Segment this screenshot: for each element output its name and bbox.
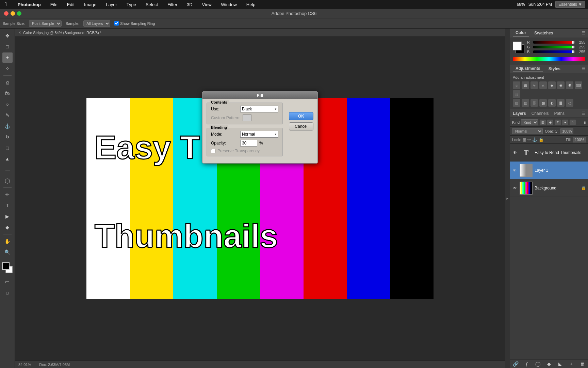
clone-stamp-tool[interactable]: ⚓: [2, 121, 13, 131]
color-balance-icon[interactable]: ⚈: [566, 81, 573, 89]
layers-tab[interactable]: Layers: [513, 111, 526, 116]
history-brush-tool[interactable]: ↻: [2, 132, 13, 142]
apple-menu[interactable]: : [3, 1, 9, 8]
channels-tab[interactable]: Channels: [532, 111, 549, 116]
color-spectrum-bar[interactable]: [513, 57, 585, 61]
paths-tab[interactable]: Paths: [554, 111, 565, 116]
edit-menu[interactable]: Edit: [65, 1, 77, 8]
lock-all-icon[interactable]: 🔒: [539, 137, 544, 142]
fill-use-select[interactable]: Foreground Color Background Color Black …: [240, 106, 278, 112]
filter-toggle[interactable]: ▮: [584, 120, 586, 125]
selective-color-icon[interactable]: ◌: [566, 99, 573, 107]
lock-transparency-icon[interactable]: ▦: [522, 137, 526, 142]
sample-select[interactable]: All Layers: [83, 20, 110, 27]
blur-tool[interactable]: ⸻: [2, 165, 13, 175]
vibrance-icon[interactable]: ◆: [548, 81, 556, 89]
swatches-tab[interactable]: Swatches: [532, 30, 556, 36]
color-panel-menu[interactable]: ☰: [582, 31, 585, 35]
layer-menu[interactable]: Layer: [104, 1, 119, 8]
color-tab[interactable]: Color: [513, 30, 529, 36]
new-layer-button[interactable]: +: [568, 360, 575, 368]
b-slider[interactable]: [533, 50, 574, 53]
add-mask-button[interactable]: ◯: [534, 360, 542, 368]
layer-item-text[interactable]: 👁 T Easy to Read Thumbnails: [510, 144, 588, 162]
curves-icon[interactable]: ∿: [530, 81, 538, 89]
layer-link-button[interactable]: 🔗: [512, 360, 519, 368]
brush-tool[interactable]: ✎: [2, 110, 13, 120]
layer-1-visibility[interactable]: 👁: [512, 168, 518, 173]
path-selection-tool[interactable]: ▶: [2, 211, 13, 221]
adjustment-filter-icon[interactable]: ◆: [547, 120, 553, 125]
lasso-tool[interactable]: ✦: [2, 52, 13, 63]
fill-input[interactable]: [573, 137, 586, 142]
blend-mode-select[interactable]: Normal: [512, 128, 543, 134]
add-layer-style-button[interactable]: ƒ: [523, 360, 530, 368]
minimize-button[interactable]: [11, 11, 15, 16]
magic-wand-tool[interactable]: ✧: [2, 63, 13, 74]
show-sampling-ring-checkbox[interactable]: [114, 21, 119, 26]
invert-icon[interactable]: ▒: [530, 99, 538, 107]
right-panel-collapse[interactable]: ►: [505, 29, 510, 368]
lock-position-icon[interactable]: ⚓: [532, 137, 537, 142]
crop-tool[interactable]: ⎙: [2, 77, 13, 88]
adjustments-panel-menu[interactable]: ☰: [582, 66, 585, 71]
opacity-input[interactable]: [560, 128, 573, 134]
pen-tool[interactable]: ✏: [2, 189, 13, 200]
fill-mode-select[interactable]: Normal Dissolve Multiply Screen Overlay: [240, 131, 278, 138]
adjustments-tab[interactable]: Adjustments: [513, 65, 543, 72]
3d-menu[interactable]: 3D: [185, 1, 195, 8]
healing-brush-tool[interactable]: ○: [2, 99, 13, 109]
threshold-icon[interactable]: ◐: [548, 99, 556, 107]
help-menu[interactable]: Help: [244, 1, 258, 8]
sample-size-select[interactable]: Point Sample: [29, 20, 62, 27]
exposure-icon[interactable]: △: [539, 81, 547, 89]
layer-text-visibility[interactable]: 👁: [512, 150, 518, 155]
file-menu[interactable]: File: [48, 1, 60, 8]
hand-tool[interactable]: ✋: [2, 236, 13, 246]
fill-dialog-titlebar[interactable]: Fill: [202, 92, 317, 99]
lock-pixels-icon[interactable]: ✏: [527, 137, 531, 142]
doc-close-btn[interactable]: ✕: [18, 31, 21, 34]
select-menu[interactable]: Select: [144, 1, 160, 8]
g-slider[interactable]: [533, 46, 574, 48]
screen-mode-tool[interactable]: ▢: [2, 288, 13, 298]
canvas-viewport[interactable]: Easy T Thumbnails Fill OK Cancel: [15, 37, 505, 361]
levels-icon[interactable]: ▩: [522, 81, 529, 89]
fill-ok-button[interactable]: OK: [289, 112, 313, 120]
close-button[interactable]: [4, 11, 9, 16]
filter-menu[interactable]: Filter: [165, 1, 179, 8]
new-group-button[interactable]: ◣: [556, 360, 564, 368]
color-lookup-icon[interactable]: ▥: [522, 99, 529, 107]
layer-item-1[interactable]: 👁 Layer 1: [510, 162, 588, 179]
type-menu[interactable]: Type: [125, 1, 138, 8]
kind-select[interactable]: Kind: [521, 119, 538, 125]
layer-bg-visibility[interactable]: 👁: [512, 185, 518, 191]
layer-item-background[interactable]: 👁 Background 🔒: [510, 179, 588, 197]
maximize-button[interactable]: [17, 11, 21, 16]
gradient-map-icon[interactable]: ▓: [557, 99, 565, 107]
delete-layer-button[interactable]: 🗑: [579, 360, 586, 368]
quick-mask-tool[interactable]: ▭: [2, 277, 13, 287]
view-menu[interactable]: View: [200, 1, 214, 8]
channel-mixer-icon[interactable]: ▤: [513, 99, 520, 107]
fill-opacity-input[interactable]: [240, 140, 257, 147]
app-name-menu[interactable]: Photoshop: [16, 1, 43, 8]
marquee-tool[interactable]: □: [2, 42, 13, 52]
smart-filter-icon[interactable]: ☆: [570, 120, 576, 125]
image-menu[interactable]: Image: [82, 1, 98, 8]
new-adjustment-layer-button[interactable]: ◆: [545, 360, 553, 368]
layers-panel-menu[interactable]: ☰: [582, 111, 585, 116]
pixel-filter-icon[interactable]: ▥: [540, 120, 546, 125]
fill-custom-pattern-swatch[interactable]: [243, 114, 251, 121]
dodge-tool[interactable]: ◯: [2, 175, 13, 186]
photo-filter-icon[interactable]: ☷: [513, 90, 520, 98]
shape-tool[interactable]: ◆: [2, 222, 13, 232]
eraser-tool[interactable]: ◻: [2, 143, 13, 153]
brightness-contrast-icon[interactable]: ☼: [513, 81, 520, 89]
shape-filter-icon[interactable]: ■: [562, 120, 568, 125]
hue-saturation-icon[interactable]: ◉: [557, 81, 565, 89]
gradient-tool[interactable]: ▲: [2, 154, 13, 164]
move-tool[interactable]: ✥: [2, 31, 13, 41]
type-filter-icon[interactable]: T: [555, 120, 561, 125]
fg-color-swatch[interactable]: [513, 42, 522, 50]
